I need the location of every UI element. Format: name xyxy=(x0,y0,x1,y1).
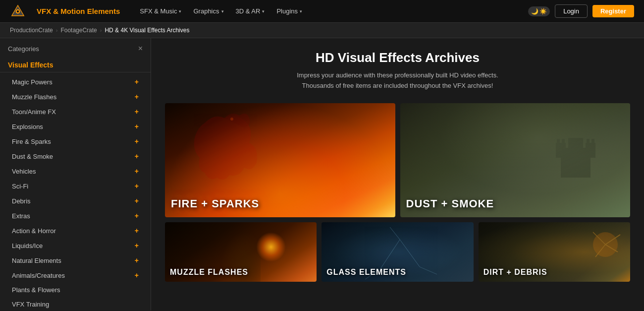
sidebar-item-extras[interactable]: Extras + xyxy=(0,208,151,223)
breadcrumb-sep2: › xyxy=(100,27,102,33)
sidebar-item-action-horror[interactable]: Action & Horror + xyxy=(0,223,151,238)
sidebar-item-scifi[interactable]: Sci-Fi + xyxy=(0,179,151,193)
chevron-down-icon: ▾ xyxy=(262,9,265,14)
plus-icon: + xyxy=(135,78,139,86)
sidebar-item-explosions[interactable]: Explosions + xyxy=(0,119,151,134)
card-fire-sparks-label: FIRE + SPARKS xyxy=(165,190,395,217)
plus-icon: + xyxy=(135,108,139,116)
plus-icon: + xyxy=(135,93,139,101)
chevron-down-icon: ▾ xyxy=(221,9,224,14)
plus-icon: + xyxy=(135,137,139,145)
chevron-down-icon: ▾ xyxy=(179,9,181,14)
plus-icon: + xyxy=(135,152,139,160)
sidebar-item-plants-flowers[interactable]: Plants & Flowers xyxy=(0,283,151,297)
register-button[interactable]: Register xyxy=(592,5,634,17)
sidebar-item-vehicles[interactable]: Vehicles + xyxy=(0,164,151,179)
svg-point-2 xyxy=(17,10,19,12)
page-title: HD Visual Effects Archives xyxy=(165,50,630,65)
plus-icon: + xyxy=(135,212,139,220)
sun-icon: ☀️ xyxy=(539,8,547,15)
breadcrumb-current: HD & 4K Visual Effects Archives xyxy=(105,27,189,34)
card-grid-row1: FIRE + SPARKS xyxy=(165,103,630,217)
navbar-right: 🌙 ☀️ Login Register xyxy=(528,4,634,18)
breadcrumb-sep: › xyxy=(56,27,58,33)
breadcrumb-footagecrate[interactable]: FootageCrate xyxy=(60,27,97,34)
sidebar-item-liquids-ice[interactable]: Liquids/Ice + xyxy=(0,238,151,253)
card-muzzle-flashes-label: MUZZLE FLASHES xyxy=(165,263,317,282)
card-muzzle-flashes[interactable]: MUZZLE FLASHES xyxy=(165,222,317,282)
sidebar-item-toon-anime[interactable]: Toon/Anime FX + xyxy=(0,104,151,119)
plus-icon: + xyxy=(135,227,139,235)
card-dirt-debris[interactable]: DIRT + DEBRIS xyxy=(479,222,630,282)
nav-plugins[interactable]: Plugins ▾ xyxy=(271,4,307,18)
theme-toggle[interactable]: 🌙 ☀️ xyxy=(528,6,550,16)
sidebar-item-natural-elements[interactable]: Natural Elements + xyxy=(0,253,151,268)
sidebar-close-button[interactable]: × xyxy=(138,44,143,53)
main-layout: Categories × Visual Effects Magic Powers… xyxy=(0,38,644,311)
sidebar-item-muzzle-flashes[interactable]: Muzzle Flashes + xyxy=(0,89,151,104)
page-subtitle: Impress your audience with these profess… xyxy=(165,70,630,91)
plus-icon: + xyxy=(135,271,139,279)
plus-icon: + xyxy=(135,256,139,264)
nav-graphics[interactable]: Graphics ▾ xyxy=(188,4,228,18)
sidebar: Categories × Visual Effects Magic Powers… xyxy=(0,38,151,311)
plus-icon: + xyxy=(135,242,139,249)
card-fire-sparks[interactable]: FIRE + SPARKS xyxy=(165,103,395,217)
sidebar-item-debris[interactable]: Debris + xyxy=(0,193,151,208)
breadcrumb: ProductionCrate › FootageCrate › HD & 4K… xyxy=(0,23,644,38)
sidebar-header: Categories × xyxy=(0,38,151,57)
svg-line-14 xyxy=(390,227,400,240)
logo-icon[interactable] xyxy=(10,3,26,19)
card-dust-smoke-label: DUST + SMOKE xyxy=(400,190,631,217)
plus-icon: + xyxy=(135,167,139,175)
nav-sfx[interactable]: SFX & Music ▾ xyxy=(135,4,186,18)
nav-links: SFX & Music ▾ Graphics ▾ 3D & AR ▾ Plugi… xyxy=(135,4,519,18)
sidebar-item-fire-sparks[interactable]: Fire & Sparks + xyxy=(0,134,151,149)
moon-icon: 🌙 xyxy=(531,8,538,15)
breadcrumb-productioncrate[interactable]: ProductionCrate xyxy=(10,27,53,34)
plus-icon: + xyxy=(135,123,139,130)
login-button[interactable]: Login xyxy=(555,4,588,18)
sidebar-item-magic-powers[interactable]: Magic Powers + xyxy=(0,74,151,89)
navbar: VFX & Motion Elements SFX & Music ▾ Grap… xyxy=(0,0,644,23)
brand-name[interactable]: VFX & Motion Elements xyxy=(37,7,120,15)
card-glass-elements[interactable]: GLASS ELEMENTS xyxy=(322,222,473,282)
nav-3dar[interactable]: 3D & AR ▾ xyxy=(231,4,270,18)
sidebar-item-dust-smoke[interactable]: Dust & Smoke + xyxy=(0,149,151,164)
card-dust-smoke[interactable]: DUST + SMOKE xyxy=(400,103,631,217)
plus-icon: + xyxy=(135,182,139,190)
sidebar-title: Categories xyxy=(8,45,39,53)
sidebar-item-vfx-training[interactable]: VFX Training xyxy=(0,297,151,311)
sidebar-section-title[interactable]: Visual Effects xyxy=(0,57,151,72)
content-area: HD Visual Effects Archives Impress your … xyxy=(151,38,644,311)
card-grid-row2: MUZZLE FLASHES GLASS ELEMENTS xyxy=(165,222,630,282)
chevron-down-icon: ▾ xyxy=(300,9,302,14)
card-dirt-debris-label: DIRT + DEBRIS xyxy=(479,263,630,282)
plus-icon: + xyxy=(135,197,139,205)
sidebar-item-animals-creatures[interactable]: Animals/Creatures + xyxy=(0,268,151,283)
card-glass-elements-label: GLASS ELEMENTS xyxy=(322,263,473,282)
